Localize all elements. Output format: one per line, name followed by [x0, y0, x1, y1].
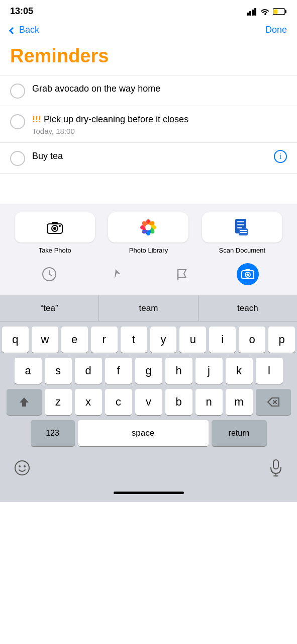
key-j[interactable]: j	[195, 358, 223, 384]
back-button[interactable]: Back	[10, 25, 39, 35]
key-r[interactable]: r	[91, 327, 118, 353]
key-row-3: z x c v b n m	[2, 389, 295, 415]
svg-point-22	[145, 224, 151, 230]
key-row-1: q w e r t y u i o p	[2, 327, 295, 353]
emoji-button[interactable]	[14, 460, 30, 478]
key-v[interactable]: v	[135, 389, 162, 415]
mic-button[interactable]	[269, 459, 283, 478]
clock-button[interactable]	[38, 263, 60, 285]
key-i[interactable]: i	[209, 327, 236, 353]
key-row-2: a s d f g h j k l	[2, 358, 295, 384]
suggestion-team[interactable]: team	[99, 295, 198, 321]
reminder-item-3: Buy tea i	[0, 143, 297, 174]
home-indicator-bar	[0, 487, 297, 502]
key-q[interactable]: q	[2, 327, 29, 353]
key-n[interactable]: n	[195, 389, 223, 415]
key-f[interactable]: f	[105, 358, 132, 384]
page-title-section: Reminders	[0, 41, 297, 75]
camera-blue-button[interactable]	[237, 263, 259, 285]
key-p[interactable]: p	[268, 327, 295, 353]
svg-rect-0	[247, 13, 249, 16]
svg-point-13	[59, 225, 61, 227]
reminder-checkbox-1[interactable]	[10, 84, 25, 99]
info-button-3[interactable]: i	[274, 150, 287, 166]
numbers-key[interactable]: 123	[31, 420, 75, 446]
key-c[interactable]: c	[105, 389, 132, 415]
key-y[interactable]: y	[150, 327, 177, 353]
backspace-key[interactable]	[256, 389, 291, 415]
done-button[interactable]: Done	[265, 25, 287, 35]
svg-point-11	[53, 227, 56, 230]
key-e[interactable]: e	[61, 327, 88, 353]
reminder-content-1: Grab avocado on the way home	[32, 83, 287, 95]
key-l[interactable]: l	[256, 358, 283, 384]
back-label: Back	[19, 25, 39, 35]
take-photo-label: Take Photo	[39, 247, 71, 254]
key-t[interactable]: t	[121, 327, 147, 353]
battery-icon	[273, 8, 287, 16]
wifi-icon	[260, 8, 270, 16]
svg-point-43	[24, 465, 26, 467]
reminder-urgent-prefix: !!!	[32, 114, 44, 124]
bottom-bar	[0, 453, 297, 487]
photo-library-button[interactable]: Photo Library	[108, 212, 188, 254]
flag-icon	[175, 268, 188, 281]
reminder-item-2: !!! Pick up dry-cleaning before it close…	[0, 106, 297, 143]
reminder-checkbox-2[interactable]	[10, 114, 25, 129]
key-g[interactable]: g	[135, 358, 162, 384]
shift-key[interactable]	[7, 389, 42, 415]
toolbar: Take Photo Photo Library	[0, 204, 297, 295]
key-b[interactable]: b	[165, 389, 192, 415]
svg-text:i: i	[279, 152, 282, 160]
backspace-icon	[267, 397, 280, 407]
take-photo-icon-wrapper	[15, 212, 95, 243]
accessory-bar	[8, 261, 289, 289]
photo-library-icon	[139, 218, 157, 236]
reminder-text-2: !!! Pick up dry-cleaning before it close…	[32, 113, 287, 126]
key-w[interactable]: w	[32, 327, 58, 353]
shift-icon	[19, 396, 30, 408]
keyboard: “tea” team teach q w e r t y u i o p a s…	[0, 295, 297, 487]
svg-rect-26	[237, 227, 242, 228]
flag-button[interactable]	[170, 263, 192, 285]
camera-icon	[47, 221, 63, 234]
key-x[interactable]: x	[75, 389, 102, 415]
take-photo-button[interactable]: Take Photo	[15, 212, 95, 254]
key-d[interactable]: d	[75, 358, 102, 384]
svg-point-36	[247, 274, 249, 276]
photo-library-icon-wrapper	[108, 212, 188, 243]
reminder-text-1: Grab avocado on the way home	[32, 83, 287, 95]
svg-rect-5	[285, 10, 287, 13]
suggestion-tea-quoted[interactable]: “tea”	[0, 295, 99, 321]
scan-document-button[interactable]: Scan Document	[202, 212, 282, 254]
space-key[interactable]: space	[78, 420, 209, 446]
reminders-list: Grab avocado on the way home !!! Pick up…	[0, 75, 297, 174]
nav-bar: Back Done	[0, 21, 297, 41]
reminder-checkbox-3[interactable]	[10, 151, 25, 166]
key-a[interactable]: a	[15, 358, 42, 384]
scan-document-icon-wrapper	[202, 212, 282, 243]
suggestion-teach[interactable]: teach	[199, 295, 297, 321]
key-u[interactable]: u	[179, 327, 206, 353]
svg-marker-38	[20, 397, 29, 407]
svg-rect-3	[254, 8, 256, 16]
location-button[interactable]	[105, 263, 127, 285]
key-z[interactable]: z	[45, 389, 72, 415]
camera-blue-bg	[237, 263, 259, 285]
key-s[interactable]: s	[45, 358, 72, 384]
svg-rect-2	[252, 10, 254, 16]
key-k[interactable]: k	[226, 358, 253, 384]
mic-icon	[269, 459, 283, 476]
reminder-item-1: Grab avocado on the way home	[0, 75, 297, 106]
key-m[interactable]: m	[226, 389, 253, 415]
svg-rect-25	[237, 224, 244, 225]
key-h[interactable]: h	[165, 358, 192, 384]
reminder-content-3: Buy tea	[32, 150, 267, 163]
svg-point-41	[15, 461, 29, 475]
status-icons	[247, 8, 287, 16]
return-key[interactable]: return	[212, 420, 267, 446]
key-o[interactable]: o	[239, 327, 265, 353]
status-bar: 13:05	[0, 0, 297, 21]
svg-rect-24	[237, 221, 244, 222]
reminder-text-3: Buy tea	[32, 150, 267, 163]
